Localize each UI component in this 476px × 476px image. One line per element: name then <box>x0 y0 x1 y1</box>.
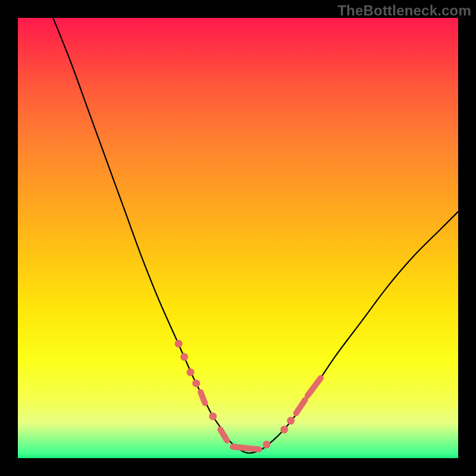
bottleneck-curve <box>53 18 458 453</box>
curve-marker-segment <box>308 378 321 396</box>
curve-marker-point <box>209 412 217 420</box>
curve-markers <box>175 340 321 449</box>
curve-marker-point <box>192 380 200 387</box>
chart-frame <box>18 18 458 458</box>
curve-marker-point <box>187 368 195 376</box>
curve-marker-segment <box>201 392 205 403</box>
curve-marker-point <box>280 425 288 433</box>
curve-marker-segment <box>233 447 259 449</box>
curve-marker-point <box>263 441 271 449</box>
curve-marker-segment <box>220 430 227 441</box>
curve-marker-segment <box>296 400 305 413</box>
watermark-text: TheBottleneck.com <box>337 2 471 19</box>
curve-marker-point <box>175 340 183 347</box>
chart-svg <box>18 18 458 458</box>
curve-marker-point <box>287 417 295 425</box>
curve-marker-point <box>180 353 188 361</box>
